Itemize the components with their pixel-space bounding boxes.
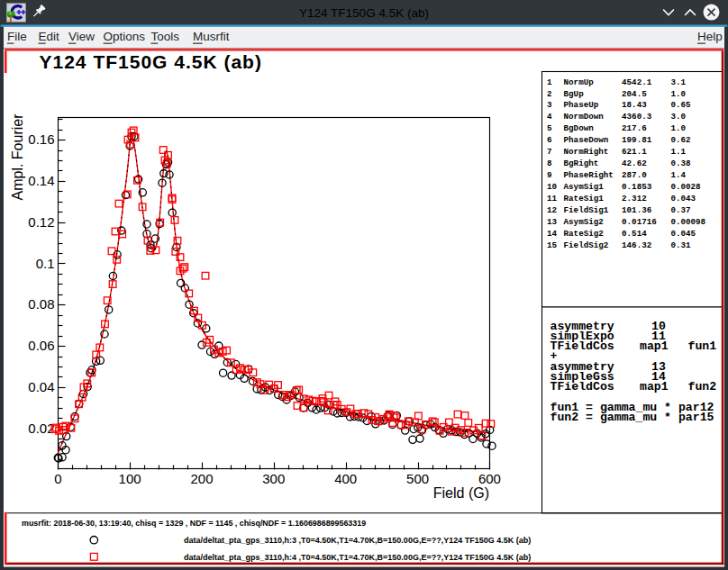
svg-text:0.0028: 0.0028 xyxy=(671,182,702,192)
svg-text:4360.3: 4360.3 xyxy=(622,112,652,122)
svg-text:3.1: 3.1 xyxy=(671,77,687,87)
svg-text:1.0: 1.0 xyxy=(671,123,687,133)
svg-text:FieldSig2: FieldSig2 xyxy=(564,240,609,250)
svg-text:0.37: 0.37 xyxy=(671,205,691,215)
svg-text:0.08: 0.08 xyxy=(28,296,54,312)
svg-text:0.31: 0.31 xyxy=(671,240,692,250)
svg-text:BgRight: BgRight xyxy=(564,158,599,168)
svg-text:287.0: 287.0 xyxy=(622,170,647,180)
svg-text:map1: map1 xyxy=(640,339,669,353)
svg-text:11: 11 xyxy=(547,194,558,204)
svg-text:0.65: 0.65 xyxy=(671,100,692,110)
svg-text:0.045: 0.045 xyxy=(671,229,696,239)
svg-text:3: 3 xyxy=(547,100,552,110)
svg-text:Musrfit: Musrfit xyxy=(193,30,230,43)
svg-text:217.6: 217.6 xyxy=(622,123,647,133)
svg-text:View: View xyxy=(68,30,95,43)
svg-text:0.38: 0.38 xyxy=(671,158,692,168)
svg-text:0: 0 xyxy=(54,471,61,486)
svg-text:621.1: 621.1 xyxy=(622,147,647,157)
svg-text:AsymSig2: AsymSig2 xyxy=(564,217,604,227)
svg-text:TFieldCos: TFieldCos xyxy=(551,380,614,394)
svg-text:18.43: 18.43 xyxy=(622,100,647,110)
svg-text:fun2 = gamma_mu * par15: fun2 = gamma_mu * par15 xyxy=(551,411,714,424)
svg-text:12: 12 xyxy=(547,205,557,215)
svg-text:146.32: 146.32 xyxy=(622,240,651,250)
svg-text:0.1: 0.1 xyxy=(36,256,55,271)
svg-text:map1: map1 xyxy=(640,380,669,394)
svg-text:2: 2 xyxy=(547,89,552,99)
svg-text:0.62: 0.62 xyxy=(671,135,691,145)
svg-text:4: 4 xyxy=(547,112,552,122)
svg-text:Edit: Edit xyxy=(39,30,60,43)
svg-text:RateSig1: RateSig1 xyxy=(564,194,605,204)
svg-text:9: 9 xyxy=(547,170,552,180)
svg-text:Field (G): Field (G) xyxy=(433,485,489,501)
svg-text:Y124 TF150G 4.5K (ab): Y124 TF150G 4.5K (ab) xyxy=(40,51,262,72)
svg-text:0.043: 0.043 xyxy=(671,194,696,204)
svg-text:Ampl. Fourier: Ampl. Fourier xyxy=(10,113,25,201)
svg-text:10: 10 xyxy=(547,182,557,192)
svg-text:14: 14 xyxy=(547,229,558,239)
svg-text:0.16: 0.16 xyxy=(28,131,54,147)
svg-text:4542.1: 4542.1 xyxy=(622,77,652,87)
svg-text:400: 400 xyxy=(334,471,357,486)
svg-text:NormUp: NormUp xyxy=(564,77,595,87)
svg-text:Tools: Tools xyxy=(151,30,180,43)
svg-text:300: 300 xyxy=(262,471,285,486)
svg-text:Y124 TF150G 4.5K (ab): Y124 TF150G 4.5K (ab) xyxy=(299,6,429,20)
svg-text:Help: Help xyxy=(697,30,723,43)
svg-text:data/deltat_pta_gps_3110,h:4 ,: data/deltat_pta_gps_3110,h:4 ,T0=4.50K,T… xyxy=(184,553,531,562)
svg-text:AsymSig1: AsymSig1 xyxy=(564,182,605,192)
svg-text:FieldSig1: FieldSig1 xyxy=(564,205,609,215)
svg-text:0.01716: 0.01716 xyxy=(622,217,657,227)
svg-text:fun1: fun1 xyxy=(688,339,717,353)
svg-text:0.1853: 0.1853 xyxy=(622,182,652,192)
svg-text:1.1: 1.1 xyxy=(671,147,687,157)
svg-text:199.81: 199.81 xyxy=(622,135,652,145)
svg-text:1.0: 1.0 xyxy=(671,89,687,99)
svg-text:8: 8 xyxy=(547,158,552,168)
svg-text:0.14: 0.14 xyxy=(28,173,54,188)
svg-text:0.12: 0.12 xyxy=(28,214,54,230)
svg-text:15: 15 xyxy=(547,240,558,250)
svg-text:6: 6 xyxy=(547,135,552,145)
svg-text:RateSig2: RateSig2 xyxy=(564,229,604,239)
svg-text:fun2: fun2 xyxy=(688,380,717,394)
svg-text:13: 13 xyxy=(547,217,558,227)
svg-text:PhaseRight: PhaseRight xyxy=(564,170,614,180)
svg-text:File: File xyxy=(7,30,27,43)
svg-text:0.06: 0.06 xyxy=(28,338,54,353)
svg-text:2.312: 2.312 xyxy=(622,194,647,204)
svg-text:200: 200 xyxy=(190,471,213,486)
svg-text:204.5: 204.5 xyxy=(622,89,647,99)
svg-text:Options: Options xyxy=(104,30,146,43)
svg-text:5: 5 xyxy=(547,123,552,133)
svg-text:1.4: 1.4 xyxy=(671,170,687,180)
svg-text:NormDown: NormDown xyxy=(564,112,604,122)
svg-text:TFieldCos: TFieldCos xyxy=(551,339,614,353)
svg-text:0.514: 0.514 xyxy=(622,229,647,239)
svg-text:0.02: 0.02 xyxy=(28,421,54,436)
svg-text:101.36: 101.36 xyxy=(622,205,651,215)
svg-text:42.62: 42.62 xyxy=(622,158,647,168)
svg-text:3.0: 3.0 xyxy=(671,112,687,122)
svg-text:100: 100 xyxy=(119,471,141,486)
svg-text:PhaseDown: PhaseDown xyxy=(564,135,609,145)
svg-text:600: 600 xyxy=(478,471,501,486)
svg-text:data/deltat_pta_gps_3110,h:3 ,: data/deltat_pta_gps_3110,h:3 ,T0=4.50K,T… xyxy=(184,536,531,545)
svg-text:500: 500 xyxy=(406,471,429,486)
svg-text:NormRight: NormRight xyxy=(564,147,609,157)
svg-text:musrfit: 2018-06-30, 13:19:40,: musrfit: 2018-06-30, 13:19:40, chisq = 1… xyxy=(22,519,366,528)
svg-text:BgUp: BgUp xyxy=(564,89,585,99)
svg-text:0.00098: 0.00098 xyxy=(671,217,706,227)
svg-text:1: 1 xyxy=(547,77,552,87)
svg-text:PhaseUp: PhaseUp xyxy=(564,100,599,110)
svg-text:BgDown: BgDown xyxy=(564,123,594,133)
svg-text:0.04: 0.04 xyxy=(28,379,54,394)
svg-text:7: 7 xyxy=(547,147,552,157)
